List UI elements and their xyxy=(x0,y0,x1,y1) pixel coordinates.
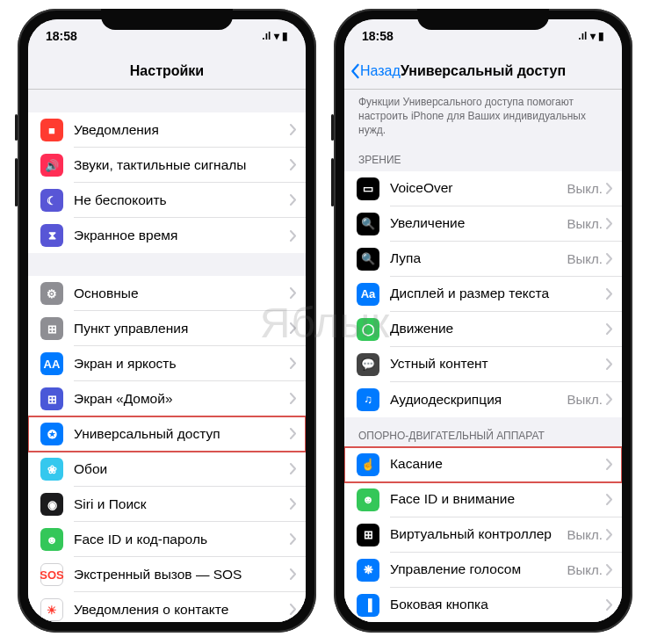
settings-row-side-button[interactable]: ▐Боковая кнопка xyxy=(344,588,622,622)
switch-control-icon: ⊞ xyxy=(357,524,379,546)
settings-row-motion[interactable]: ◯Движение xyxy=(344,312,622,347)
settings-row-spoken-content[interactable]: 💬Устный контент xyxy=(344,347,622,382)
do-not-disturb-icon: ☾ xyxy=(40,189,63,212)
control-center-icon: ⊞ xyxy=(40,317,63,340)
settings-list: ⚙Основные⊞Пункт управленияAAЭкран и ярко… xyxy=(28,276,306,622)
chevron-right-icon xyxy=(606,288,613,300)
row-label: Звуки, тактильные сигналы xyxy=(74,157,290,173)
chevron-right-icon xyxy=(290,230,297,242)
settings-list: ■Уведомления🔊Звуки, тактильные сигналы☾Н… xyxy=(28,112,306,253)
settings-row-control-center[interactable]: ⊞Пункт управления xyxy=(28,311,306,346)
chevron-right-icon xyxy=(606,218,613,229)
row-label: Siri и Поиск xyxy=(74,496,290,512)
row-value: Выкл. xyxy=(567,251,603,266)
chevron-right-icon xyxy=(290,533,297,545)
row-label: Обои xyxy=(74,461,290,477)
page-title: Универсальный доступ xyxy=(401,63,566,79)
chevron-right-icon xyxy=(290,498,297,510)
exposure-notifications-icon: ☀ xyxy=(40,598,63,621)
row-value: Выкл. xyxy=(567,392,603,407)
status-time: 18:58 xyxy=(362,29,394,43)
emergency-sos-icon: SOS xyxy=(40,563,63,586)
chevron-right-icon xyxy=(290,604,297,615)
chevron-left-icon xyxy=(350,63,360,79)
nav-bar: Настройки xyxy=(28,53,306,90)
chevron-right-icon xyxy=(290,428,297,439)
row-value: Выкл. xyxy=(567,216,603,231)
magnifier-icon: 🔍 xyxy=(357,248,379,271)
settings-row-screen-time[interactable]: ⧗Экранное время xyxy=(28,218,306,253)
row-label: Основные xyxy=(74,286,290,301)
settings-row-voice-control[interactable]: ❋Управление голосомВыкл. xyxy=(344,553,622,588)
row-label: Лупа xyxy=(390,250,567,266)
settings-row-accessibility[interactable]: ✪Универсальный доступ xyxy=(28,416,306,452)
chevron-right-icon xyxy=(290,194,297,206)
row-label: Дисплей и размер текста xyxy=(390,286,606,301)
section-header: ОПОРНО-ДВИГАТЕЛЬНЫЙ АППАРАТ xyxy=(344,417,622,447)
chevron-right-icon xyxy=(606,459,613,470)
faceid-attention-icon: ☻ xyxy=(357,488,379,511)
chevron-right-icon xyxy=(290,159,297,170)
chevron-right-icon xyxy=(606,253,613,264)
chevron-right-icon xyxy=(606,599,613,611)
settings-row-magnifier[interactable]: 🔍ЛупаВыкл. xyxy=(344,242,622,277)
notifications-icon: ■ xyxy=(40,119,63,141)
settings-row-exposure-notifications[interactable]: ☀Уведомления о контакте xyxy=(28,592,306,622)
settings-row-display-brightness[interactable]: AAЭкран и яркость xyxy=(28,346,306,381)
siri-search-icon: ◉ xyxy=(40,493,63,516)
row-label: Виртуальный контроллер xyxy=(390,526,567,542)
status-time: 18:58 xyxy=(46,29,77,43)
settings-row-zoom[interactable]: 🔍УвеличениеВыкл. xyxy=(344,206,622,242)
settings-row-voiceover[interactable]: ▭VoiceOverВыкл. xyxy=(344,171,622,206)
status-indicators: .ıl ▾ ▮ xyxy=(262,30,288,42)
settings-list: ▭VoiceOverВыкл.🔍УвеличениеВыкл.🔍ЛупаВыкл… xyxy=(344,171,622,417)
zoom-icon: 🔍 xyxy=(357,213,379,235)
row-label: Касание xyxy=(390,456,606,472)
settings-row-display-text-size[interactable]: AaДисплей и размер текста xyxy=(344,277,622,312)
row-label: Аудиодескрипция xyxy=(390,392,567,408)
wallpaper-icon: ❀ xyxy=(40,458,63,481)
settings-row-notifications[interactable]: ■Уведомления xyxy=(28,112,306,148)
audio-descriptions-icon: ♫ xyxy=(357,388,379,411)
display-text-size-icon: Aa xyxy=(357,283,379,306)
sounds-icon: 🔊 xyxy=(40,154,63,177)
side-button-icon: ▐ xyxy=(357,594,379,617)
settings-row-faceid-attention[interactable]: ☻Face ID и внимание xyxy=(344,482,622,517)
settings-row-general[interactable]: ⚙Основные xyxy=(28,276,306,311)
faceid-passcode-icon: ☻ xyxy=(40,528,63,551)
settings-row-switch-control[interactable]: ⊞Виртуальный контроллерВыкл. xyxy=(344,517,622,553)
settings-row-do-not-disturb[interactable]: ☾Не беспокоить xyxy=(28,183,306,218)
screen-time-icon: ⧗ xyxy=(40,224,63,247)
row-label: Управление голосом xyxy=(390,561,567,577)
settings-row-faceid-passcode[interactable]: ☻Face ID и код-пароль xyxy=(28,522,306,557)
row-label: Уведомления о контакте xyxy=(74,602,290,618)
settings-row-audio-descriptions[interactable]: ♫АудиодескрипцияВыкл. xyxy=(344,382,622,417)
touch-icon: ☝ xyxy=(357,453,379,476)
row-value: Выкл. xyxy=(567,562,603,577)
accessibility-icon: ✪ xyxy=(40,423,63,445)
chevron-right-icon xyxy=(290,393,297,404)
chevron-right-icon xyxy=(606,564,613,575)
notch xyxy=(417,9,549,30)
spoken-content-icon: 💬 xyxy=(357,353,379,376)
settings-row-sounds[interactable]: 🔊Звуки, тактильные сигналы xyxy=(28,148,306,183)
voiceover-icon: ▭ xyxy=(357,177,379,200)
chevron-right-icon xyxy=(606,494,613,505)
row-label: Экранное время xyxy=(74,228,290,243)
status-indicators: .ıl ▾ ▮ xyxy=(578,30,604,42)
chevron-right-icon xyxy=(606,529,613,540)
settings-row-siri-search[interactable]: ◉Siri и Поиск xyxy=(28,487,306,522)
phone-left: 18:58 .ıl ▾ ▮ Настройки ■Уведомления🔊Зву… xyxy=(18,9,316,633)
settings-row-emergency-sos[interactable]: SOSЭкстренный вызов — SOS xyxy=(28,557,306,592)
row-label: Увеличение xyxy=(390,215,567,231)
chevron-right-icon xyxy=(290,358,297,369)
row-label: Face ID и код-пароль xyxy=(74,532,290,547)
settings-row-wallpaper[interactable]: ❀Обои xyxy=(28,452,306,487)
row-label: Экран и яркость xyxy=(74,356,290,372)
settings-row-touch[interactable]: ☝Касание xyxy=(344,447,622,482)
section-header: ЗРЕНИЕ xyxy=(344,141,622,171)
chevron-right-icon xyxy=(606,394,613,405)
back-button[interactable]: Назад xyxy=(350,63,401,79)
settings-row-home-screen[interactable]: ⊞Экран «Домой» xyxy=(28,381,306,416)
row-label: Боковая кнопка xyxy=(390,597,606,612)
